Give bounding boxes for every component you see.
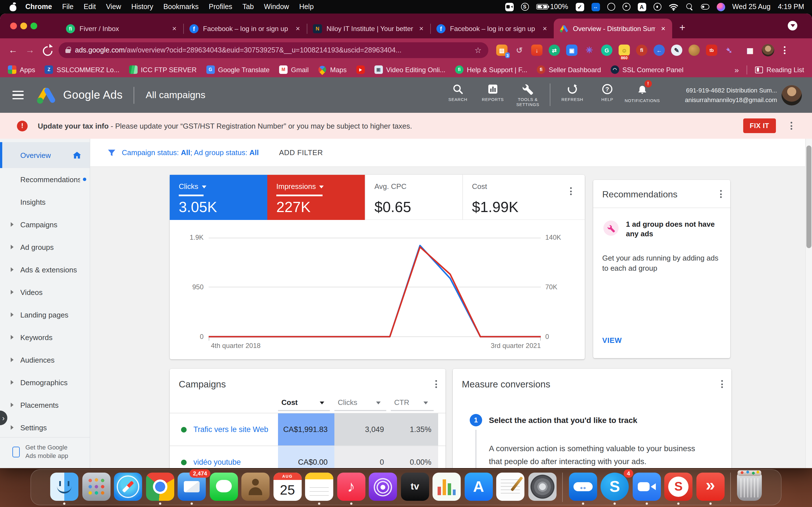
menu-file[interactable]: File xyxy=(57,3,78,11)
close-tab-icon[interactable]: × xyxy=(418,24,425,33)
ext-icon-colorpicker[interactable]: ✎ xyxy=(671,45,682,56)
dock-messages-icon[interactable] xyxy=(210,472,238,501)
bookmark-seller-dashboard[interactable]: fiSeller Dashboard xyxy=(537,65,601,74)
help-button[interactable]: ? HELP xyxy=(590,83,625,102)
close-window-button[interactable] xyxy=(10,22,17,29)
tab-niloy-it[interactable]: N Niloy IT Institute | Your better f × xyxy=(307,19,430,38)
menu-tab[interactable]: Tab xyxy=(237,3,259,11)
dock-podcasts-icon[interactable] xyxy=(369,472,397,501)
menu-edit[interactable]: Edit xyxy=(79,3,101,11)
play-circle-icon[interactable] xyxy=(622,3,630,11)
new-tab-button[interactable]: + xyxy=(676,21,689,35)
dock-safari-icon[interactable] xyxy=(114,472,142,501)
bookmark-gmail[interactable]: MGmail xyxy=(279,65,309,74)
hamburger-menu-icon[interactable] xyxy=(12,89,24,102)
bookmark-maps[interactable]: Maps xyxy=(318,65,347,74)
reload-button[interactable] xyxy=(38,45,55,56)
bookmark-video-editing[interactable]: ▣Video Editing Onli... xyxy=(374,65,445,74)
sidebar-item-keywords[interactable]: Keywords xyxy=(0,326,90,348)
teamviewer-menu-icon[interactable]: ↔ xyxy=(591,3,600,11)
scrollbar-thumb[interactable] xyxy=(806,146,811,248)
ext-icon-grammarly[interactable]: G xyxy=(601,45,613,56)
account-info[interactable]: 691-919-4682 Distribution Sum... anisurr… xyxy=(670,86,777,104)
browser-menu-icon[interactable] xyxy=(780,46,788,54)
notifications-button[interactable]: ! NOTIFICATIONS xyxy=(625,83,660,103)
address-bar[interactable]: ads.google.com/aw/overview?ocid=28963404… xyxy=(59,42,488,58)
forward-button[interactable]: → xyxy=(21,45,38,55)
ext-icon-cookie[interactable] xyxy=(689,45,700,56)
campaigns-menu-icon[interactable] xyxy=(432,380,440,388)
dock-chrome-icon[interactable] xyxy=(146,472,174,501)
campaign-link[interactable]: vidéo youtube xyxy=(170,446,278,468)
metric-clicks[interactable]: Clicks 3.05K xyxy=(170,175,267,220)
bookmark-star-icon[interactable]: ☆ xyxy=(474,46,481,55)
bookmarks-overflow-chevron[interactable]: » xyxy=(735,65,739,74)
filter-status-text[interactable]: Campaign status: All; Ad group status: A… xyxy=(122,148,259,157)
menu-bookmarks[interactable]: Bookmarks xyxy=(158,3,204,11)
metric-cost[interactable]: Cost $1.99K xyxy=(462,175,560,220)
mobile-app-promo[interactable]: Get the GoogleAds mobile app xyxy=(0,437,90,466)
ext-icon-snowflake[interactable]: ✳ xyxy=(584,45,595,56)
dock-launchpad-icon[interactable] xyxy=(82,472,111,501)
sidebar-item-campaigns[interactable]: Campaigns xyxy=(0,213,90,236)
recommendations-menu-icon[interactable] xyxy=(717,190,724,198)
dock-calendar-icon[interactable]: AUG25 xyxy=(274,472,302,501)
measure-menu-icon[interactable] xyxy=(718,380,726,388)
extensions-puzzle-icon[interactable]: ▦ xyxy=(744,45,756,56)
close-tab-icon[interactable]: × xyxy=(295,24,301,33)
battery-status[interactable]: 100% xyxy=(536,3,568,11)
performance-line-chart[interactable] xyxy=(209,237,541,341)
metric-impressions[interactable]: Impressions 227K xyxy=(267,175,365,220)
dock-system-preferences-icon[interactable] xyxy=(528,472,557,501)
sidebar-item-landing-pages[interactable]: Landing pages xyxy=(0,303,90,326)
url-text[interactable]: ads.google.com/aw/overview?ocid=28963404… xyxy=(75,46,470,54)
input-source-icon[interactable]: A xyxy=(637,3,646,11)
ext-icon-refresh[interactable]: ⇄ xyxy=(549,45,560,56)
dock-textedit-icon[interactable] xyxy=(497,472,525,501)
close-tab-icon[interactable]: × xyxy=(660,24,666,33)
view-link[interactable]: VIEW xyxy=(602,336,622,345)
close-tab-icon[interactable]: × xyxy=(542,24,548,33)
dock-appletv-icon[interactable] xyxy=(401,472,429,501)
minimize-window-button[interactable] xyxy=(20,22,27,29)
dock-red-s-app-icon[interactable] xyxy=(664,472,693,501)
ext-icon-feather[interactable]: ➴ xyxy=(723,45,735,56)
sidebar-item-ads-extensions[interactable]: Ads & extensions xyxy=(0,258,90,281)
tab-facebook-2[interactable]: f Facebook – log in or sign up × xyxy=(431,19,554,38)
column-clicks[interactable]: Clicks xyxy=(334,398,386,411)
dock-notes-icon[interactable] xyxy=(305,472,334,501)
dock-finder-icon[interactable] xyxy=(51,472,79,501)
sidebar-item-audiences[interactable]: Audiences xyxy=(0,348,90,371)
sidebar-item-placements[interactable]: Placements xyxy=(0,394,90,416)
tab-google-ads-overview[interactable]: Overview - Distribution Summi × xyxy=(554,19,672,38)
apple-menu-icon[interactable] xyxy=(9,2,17,11)
dock-trash-icon[interactable] xyxy=(737,472,762,501)
account-avatar[interactable] xyxy=(781,85,802,105)
fix-it-button[interactable]: FIX IT xyxy=(743,118,776,133)
back-button[interactable]: ← xyxy=(4,45,21,55)
scrollbar-track[interactable] xyxy=(805,139,812,468)
dock-skype-icon[interactable]: 4 xyxy=(601,472,629,501)
siri-icon[interactable] xyxy=(716,3,725,11)
menu-window[interactable]: Window xyxy=(259,3,294,11)
menu-chrome[interactable]: Chrome xyxy=(20,3,57,11)
search-button[interactable]: SEARCH xyxy=(441,83,475,102)
campaign-link[interactable]: Trafic vers le site Web xyxy=(170,413,278,446)
adobe-cc-icon[interactable] xyxy=(607,3,615,11)
sidebar-item-recommendations[interactable]: Recommendations xyxy=(0,168,90,190)
menubar-time[interactable]: 4:19 PM xyxy=(778,3,804,11)
menu-profiles[interactable]: Profiles xyxy=(204,3,237,11)
banner-menu-icon[interactable] xyxy=(787,122,795,130)
column-cost[interactable]: Cost xyxy=(278,398,330,411)
ext-icon-history[interactable]: ↺ xyxy=(514,45,525,56)
bookmark-google-translate[interactable]: GGoogle Translate xyxy=(206,65,270,74)
tab-fiverr-inbox[interactable]: fi Fiverr / Inbox × xyxy=(60,19,183,38)
profile-avatar[interactable] xyxy=(762,44,774,56)
lock-icon[interactable] xyxy=(65,49,70,53)
overview-card-menu-icon[interactable] xyxy=(567,187,575,219)
tab-facebook-1[interactable]: f Facebook – log in or sign up × xyxy=(184,19,307,38)
reports-button[interactable]: REPORTS xyxy=(475,83,510,102)
tools-settings-button[interactable]: TOOLS & SETTINGS xyxy=(510,83,545,107)
ext-icon-fiverr[interactable]: fi xyxy=(636,45,647,56)
wifi-icon[interactable] xyxy=(669,3,678,10)
